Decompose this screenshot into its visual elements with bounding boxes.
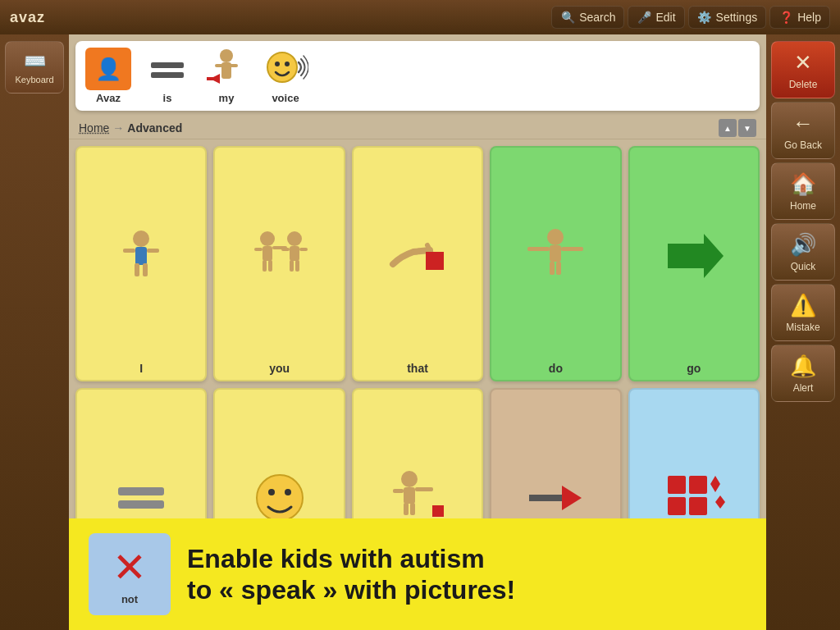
breadcrumb-home[interactable]: Home (79, 121, 109, 135)
search-button[interactable]: 🔍 Search (551, 6, 624, 29)
alert-button[interactable]: 🔔 Alert (771, 345, 835, 402)
go-back-label: Go Back (784, 139, 822, 151)
cell-i[interactable]: I (75, 146, 207, 381)
svg-rect-0 (151, 62, 184, 68)
svg-rect-14 (147, 249, 159, 253)
left-sidebar: ⌨️ Keyboard (0, 34, 69, 630)
cell-i-image (82, 153, 200, 358)
word-my[interactable]: my (203, 48, 249, 104)
alert-label: Alert (793, 382, 814, 394)
svg-rect-25 (281, 248, 290, 251)
cell-go-label: go (687, 362, 701, 375)
go-back-button[interactable]: ← Go Back (771, 102, 835, 159)
svg-marker-56 (715, 495, 725, 509)
equals-icon (144, 48, 190, 90)
svg-rect-53 (668, 497, 686, 515)
svg-point-2 (220, 49, 233, 62)
svg-point-30 (547, 229, 564, 245)
svg-rect-19 (254, 248, 262, 251)
mistake-button[interactable]: ⚠️ Mistake (771, 284, 835, 341)
svg-rect-15 (135, 263, 139, 276)
svg-rect-28 (295, 260, 299, 272)
svg-rect-47 (410, 503, 415, 515)
banner-not-label: not (121, 593, 138, 605)
search-icon: 🔍 (560, 10, 575, 25)
cell-do[interactable]: do (490, 146, 621, 381)
alert-icon: 🔔 (790, 354, 816, 379)
svg-rect-12 (135, 247, 147, 265)
svg-marker-50 (562, 486, 582, 510)
delete-label: Delete (789, 79, 818, 90)
svg-rect-44 (393, 489, 404, 493)
nav-down-button[interactable]: ▼ (738, 119, 756, 137)
settings-button[interactable]: ⚙️ Settings (688, 6, 767, 29)
svg-point-10 (285, 62, 290, 66)
cell-go[interactable]: go (628, 146, 760, 381)
cell-you-image (220, 153, 338, 358)
home-button[interactable]: 🏠 Home (771, 162, 835, 220)
topbar: avaz 🔍 Search 🎤 Edit ⚙️ Settings ❓ Help (0, 0, 840, 34)
svg-rect-26 (299, 248, 308, 251)
svg-rect-5 (230, 64, 238, 67)
svg-rect-3 (221, 62, 231, 79)
help-button[interactable]: ❓ Help (769, 6, 830, 29)
topbar-right: 🔍 Search 🎤 Edit ⚙️ Settings ❓ Help (551, 6, 830, 29)
svg-rect-18 (262, 246, 272, 261)
svg-rect-38 (118, 500, 164, 509)
svg-rect-33 (561, 247, 583, 251)
svg-marker-36 (668, 234, 724, 278)
svg-point-39 (257, 475, 303, 521)
settings-icon: ⚙️ (697, 10, 712, 25)
home-label: Home (790, 200, 816, 212)
svg-rect-31 (550, 245, 561, 262)
quick-button[interactable]: 🔊 Quick (771, 223, 835, 281)
svg-rect-51 (668, 476, 686, 494)
delete-icon: ✕ (794, 50, 812, 75)
cell-do-label: do (549, 362, 563, 375)
mistake-icon: ⚠️ (790, 293, 816, 318)
banner-not-cell[interactable]: ✕ not (89, 533, 171, 615)
mistake-label: Mistake (786, 322, 819, 333)
svg-rect-35 (556, 262, 561, 275)
banner-text-line1: Enable kids with autism (187, 544, 485, 573)
svg-rect-49 (529, 495, 562, 501)
svg-rect-37 (118, 487, 164, 495)
word-avaz[interactable]: 👤 Avaz (85, 48, 131, 104)
delete-button[interactable]: ✕ Delete (771, 41, 835, 98)
main-layout: ⌨️ Keyboard 👤 Avaz is (0, 34, 840, 630)
cell-do-image (496, 153, 614, 358)
nav-up-button[interactable]: ▲ (719, 119, 737, 137)
quick-label: Quick (791, 261, 816, 272)
svg-rect-46 (404, 503, 409, 515)
voice-icon (262, 48, 308, 90)
settings-label: Settings (716, 11, 758, 24)
cell-that[interactable]: that (352, 146, 483, 381)
home-icon: 🏠 (790, 171, 816, 197)
banner-text-line2: to « speak » with pictures! (187, 575, 515, 605)
cell-you[interactable]: you (213, 146, 345, 381)
content-area: 👤 Avaz is (69, 34, 766, 630)
keyboard-icon: ⌨️ (24, 51, 46, 72)
edit-icon: 🎤 (637, 10, 651, 25)
word-is[interactable]: is (144, 48, 190, 104)
avaz-person-icon: 👤 (95, 57, 121, 82)
edit-button[interactable]: 🎤 Edit (628, 6, 684, 29)
svg-rect-1 (151, 72, 184, 78)
help-label: Help (797, 11, 821, 24)
word-voice[interactable]: voice (262, 48, 308, 104)
breadcrumb-separator: → (112, 121, 124, 135)
keyboard-button[interactable]: ⌨️ Keyboard (5, 41, 64, 94)
my-icon (203, 48, 249, 90)
svg-point-41 (285, 489, 291, 495)
svg-rect-16 (143, 263, 148, 276)
avaz-icon: 👤 (85, 48, 131, 90)
right-sidebar: ✕ Delete ← Go Back 🏠 Home 🔊 Quick ⚠️ Mis… (766, 34, 840, 630)
cell-that-image (358, 153, 477, 358)
svg-rect-24 (290, 246, 299, 261)
svg-rect-4 (215, 64, 223, 67)
svg-rect-21 (262, 260, 267, 272)
cell-that-label: that (407, 362, 428, 375)
svg-point-8 (267, 52, 297, 82)
breadcrumb-current: Advanced (127, 121, 182, 135)
svg-rect-32 (527, 247, 550, 251)
